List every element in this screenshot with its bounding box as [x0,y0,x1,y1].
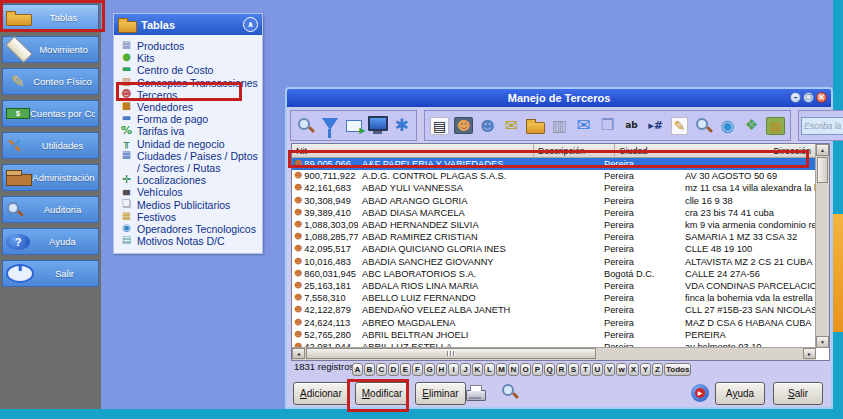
alphabet-filter-button[interactable]: D [388,363,399,376]
menu-item[interactable]: ▬ Centro de Costo [121,64,260,76]
table-row[interactable]: ☻10,016,483 ABADIA SANCHEZ GIOVANNY Pere… [292,256,816,268]
alphabet-filter-button[interactable]: O [520,363,531,376]
print-button[interactable] [463,379,489,405]
sidebar-module-button[interactable]: ✎ Conteo Físico [2,68,99,95]
alphabet-filter-button[interactable]: P [532,363,543,376]
window-control-button[interactable]: □ [803,92,814,103]
alphabet-filter-button[interactable]: Q [544,363,555,376]
alphabet-filter-button[interactable]: Todos [664,363,691,376]
alphabet-filter-button[interactable]: Z [652,363,663,376]
toolbar-button[interactable]: ✎ [668,114,691,138]
toolbar-button[interactable]: ☻ [452,114,475,138]
alphabet-filter-button[interactable]: V [604,363,615,376]
sidebar-module-button[interactable]: Administración [2,164,99,191]
action-button[interactable]: Eliminar [415,382,465,405]
horizontal-scroll-thumb[interactable] [306,348,596,359]
scroll-left-icon[interactable]: ◄ [292,348,305,359]
toolbar-button[interactable]: ✉ [500,114,523,138]
toolbar-button[interactable]: ✱ [390,114,413,138]
alphabet-filter-button[interactable]: F [412,363,423,376]
menu-item[interactable]: ● Kits [121,52,260,64]
toolbar-button[interactable]: ✉ [572,114,595,138]
alphabet-filter-button[interactable]: R [556,363,567,376]
menu-item[interactable]: ▤ Motivos Notas D/C [121,235,260,247]
window-button[interactable]: Ayuda [715,382,765,405]
alphabet-filter-button[interactable]: Y [640,363,651,376]
window-control-button[interactable]: × [816,92,827,103]
alphabet-filter-button[interactable]: L [484,363,495,376]
sidebar-module-button[interactable]: Ayuda [2,228,99,255]
alphabet-filter-button[interactable]: H [436,363,447,376]
toolbar-button[interactable] [366,114,389,138]
alphabet-filter-button[interactable]: w [616,363,627,376]
table-row[interactable]: ☻52,765,280 ABRIL BELTRAN JHOELI Pereira… [292,329,816,341]
menu-item[interactable]: ❏ Medios Publicitarios [121,199,260,211]
toolbar-button[interactable] [692,114,715,138]
search-records-button[interactable] [497,379,523,405]
alphabet-filter-button[interactable]: N [508,363,519,376]
toolbar-button[interactable]: ▦ [764,114,787,138]
alphabet-filter-button[interactable]: S [568,363,579,376]
horizontal-scrollbar[interactable]: ◄ ► [292,347,816,360]
table-row[interactable]: ☻42,095,517 ABADIA QUICIANO GLORIA INES … [292,243,816,255]
alphabet-filter-button[interactable]: C [376,363,387,376]
grid-column-header[interactable]: Ciudad [615,144,769,157]
toolbar-button[interactable] [318,114,341,138]
table-row[interactable]: ☻30,308,949 ABAD ARANGO GLORIA Pereira c… [292,195,816,207]
table-row[interactable]: ☻24,624,113 ABREO MAGDALENA Pereira MAZ … [292,316,816,328]
toolbar-button[interactable] [294,114,317,138]
alphabet-filter-button[interactable]: M [496,363,507,376]
scroll-down-icon[interactable]: ▼ [816,336,829,348]
sidebar-module-button[interactable]: Movimiento [2,36,99,63]
sidebar-module-button[interactable]: Cuentas por Cobrar [2,100,99,127]
grid-column-header[interactable]: Descripción [534,144,615,157]
table-row[interactable]: ☻25,163,181 ABDALA RIOS LINA MARIA Perei… [292,280,816,292]
sidebar-module-button[interactable]: Tablas [2,4,99,31]
toolbar-button[interactable]: ☻ [476,114,499,138]
table-row[interactable]: ☻900,711,922 A.D.G. CONTROL PLAGAS S.A.S… [292,170,816,182]
toolbar-button[interactable]: ab [620,114,643,138]
toolbar-button[interactable]: ❐ [596,114,619,138]
toolbar-button[interactable]: ▤ [428,114,451,138]
table-row[interactable]: ☻1,088,303,099 ABAD HERNANDEZ SILVIA Per… [292,219,816,231]
menu-item[interactable]: ▦ Productos [121,40,260,52]
alphabet-filter-button[interactable]: K [472,363,483,376]
alphabet-filter-button[interactable]: I [448,363,459,376]
toolbar-button[interactable]: ▸# [644,114,667,138]
menu-item[interactable]: ╥ Unidad de negocio [121,138,260,150]
table-row[interactable]: ☻39,389,410 ABAD DIASA MARCELA Pereira c… [292,207,816,219]
menu-item[interactable]: % Tarifas iva [121,125,260,137]
menu-item[interactable]: ▥ Conceptos Transacciones [121,77,260,89]
scroll-right-icon[interactable]: ► [803,348,816,359]
sidebar-module-button[interactable]: Utilidades [2,132,99,159]
alphabet-filter-button[interactable]: G [424,363,435,376]
grid-column-header[interactable]: Dirección [769,144,816,157]
alphabet-filter-button[interactable]: J [460,363,471,376]
quick-search-input[interactable] [801,117,843,135]
grid-column-header[interactable]: Nit [292,144,534,157]
alphabet-filter-button[interactable]: U [592,363,603,376]
table-row[interactable]: ☻42,161,683 ABAD YULI VANNESSA Pereira m… [292,182,816,194]
toolbar-button[interactable] [342,114,365,138]
action-button[interactable]: Modificar [355,382,410,405]
window-titlebar[interactable]: Manejo de Terceros [287,89,831,107]
table-row[interactable]: ☻42,122,879 ABENDAÑO VELEZ ALBA JANETH P… [292,304,816,316]
table-row[interactable]: ☻89,005,066 A&F PAPELERIA Y VARIEDADES P… [292,158,816,170]
table-row[interactable]: ☻1,088,285,773 ABAD RAMIREZ CRISTIAN Per… [292,231,816,243]
toolbar-button[interactable]: ❖ [740,114,763,138]
menu-item[interactable]: ◉ Operadores Tecnologicos [121,223,260,235]
vertical-scroll-thumb[interactable] [817,157,828,183]
collapse-panel-button[interactable]: ∧ [243,17,258,32]
menu-item[interactable]: ▬ Forma de pago [121,113,260,125]
sidebar-module-button[interactable]: Salir [2,260,99,287]
window-button[interactable]: Salir [773,382,823,405]
toolbar-button[interactable]: ▥ [548,114,571,138]
alphabet-filter-button[interactable]: A [352,363,363,376]
menu-item[interactable]: ☻ Terceros [121,89,260,101]
toolbar-button[interactable] [524,114,547,138]
scroll-up-icon[interactable]: ▲ [816,144,829,156]
alphabet-filter-button[interactable]: X [628,363,639,376]
table-row[interactable]: ☻7,558,310 ABELLO LUIZ FERNANDO Pereira … [292,292,816,304]
vertical-scrollbar[interactable]: ▲ ▼ [815,144,829,348]
menu-item[interactable]: ▦ Ciudades / Paises / Dptos / Sectores /… [121,150,260,174]
